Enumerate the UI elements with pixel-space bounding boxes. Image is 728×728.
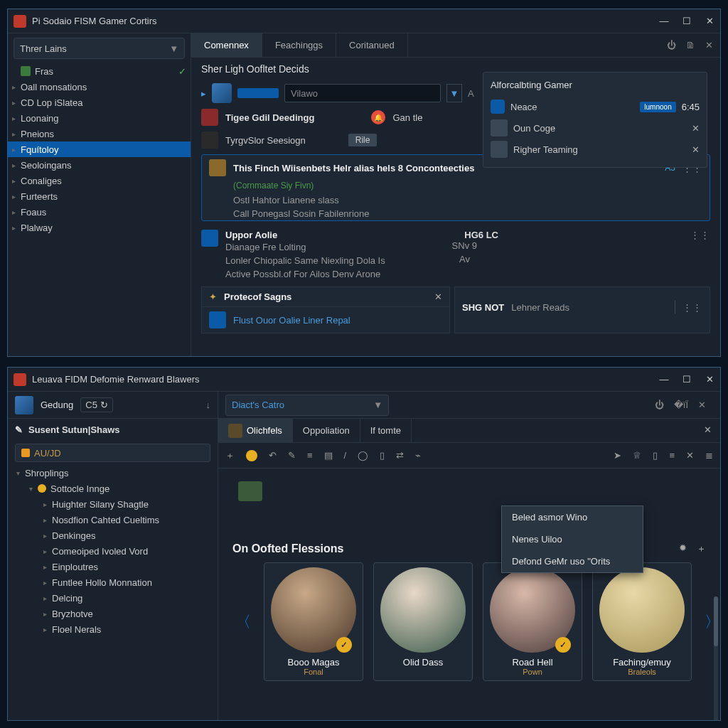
character-card[interactable]: ✓Road HellPown [483, 562, 582, 681]
tab[interactable]: Coritanued [336, 33, 408, 57]
undo-icon[interactable]: ↶ [269, 450, 277, 461]
link-icon[interactable]: ⇄ [396, 450, 404, 461]
scroll-thumb[interactable] [714, 596, 718, 646]
crate-icon[interactable] [238, 481, 262, 501]
refresh-badge[interactable]: C5↻ [80, 397, 113, 412]
footer-title: Protecof Sagns [224, 291, 291, 302]
tab[interactable]: Oppoliation [293, 419, 360, 442]
scrollbar[interactable] [714, 596, 718, 720]
tree-root[interactable]: ▾Shroplings [8, 465, 218, 481]
close-icon[interactable]: ✕ [434, 291, 442, 302]
close-tab-icon[interactable]: ✕ [695, 419, 720, 442]
character-card[interactable]: Faching/emuyBraleols [592, 562, 692, 681]
tab[interactable]: Feachinggs [262, 33, 336, 57]
tree-item[interactable]: ▸Einploutres [8, 559, 218, 574]
sidebar-item[interactable]: ▸Furteerts [8, 188, 191, 204]
sidebar-item[interactable]: ▸Pneions [8, 126, 191, 141]
doc-icon[interactable]: ▯ [380, 450, 385, 461]
minimize-button[interactable]: — [659, 375, 669, 385]
brush-icon[interactable]: ⌁ [415, 450, 421, 461]
sidebar-item[interactable]: ▸Oall monsations [8, 79, 191, 95]
tree-item[interactable]: ▸Delcing [8, 590, 218, 606]
warning-icon[interactable] [246, 450, 257, 461]
sidebar-item[interactable]: Fras✓ [8, 63, 191, 79]
char-name: Booo Magas [288, 657, 340, 668]
arrow-icon: ▸ [12, 161, 21, 169]
tab[interactable]: Comennex [191, 33, 262, 57]
sidebar-item[interactable]: ▸Foaus [8, 204, 191, 220]
tab[interactable]: If tomte [360, 419, 412, 442]
device-icon[interactable]: ▯ [653, 450, 658, 461]
panel-row[interactable]: Righer Teaming ✕ [491, 139, 700, 160]
arrow-icon: ▸ [12, 177, 21, 185]
more-icon[interactable]: ⋮⋮ [682, 302, 702, 313]
tree-item[interactable]: ▸Huighter Silany Shagtle [8, 496, 218, 512]
list-icon[interactable]: ≡ [669, 450, 675, 461]
ctx-item[interactable]: Beled asmor Wino [502, 506, 643, 528]
forward-icon[interactable]: ➤ [614, 450, 621, 461]
tree-item[interactable]: ▸Nosdfion Cahted Cueltims [8, 512, 218, 528]
minimize-button[interactable]: — [659, 16, 669, 26]
prev-arrow[interactable]: 〈 [232, 611, 254, 633]
crown-icon[interactable]: ♕ [633, 450, 641, 461]
arrow-icon: ▸ [12, 208, 21, 216]
add-icon[interactable]: ＋ [225, 449, 235, 462]
close-icon[interactable]: ✕ [692, 123, 700, 134]
card-uppor[interactable]: Uppor AolieHG6 LC Dianage Fre LoltingSNv… [191, 224, 720, 284]
edit-icon[interactable]: ✎ [288, 450, 296, 461]
avatar-icon [201, 132, 218, 149]
sidebar-item[interactable]: ▸Conaliges [8, 173, 191, 188]
add-icon[interactable]: ＋ [697, 542, 706, 555]
sidebar-item[interactable]: ▸Seoloingans [8, 157, 191, 173]
align-icon[interactable]: ≡ [307, 450, 313, 461]
titlebar[interactable]: Pi Sodaio FISM Gamer Cortirs — ☐ ✕ [8, 9, 720, 33]
close-icon[interactable]: ✕ [692, 144, 700, 155]
main-dropdown[interactable]: Diact's Catro ▼ [225, 395, 389, 416]
close-button[interactable]: ✕ [705, 375, 714, 385]
ctx-item[interactable]: Nenes Uiloo [502, 528, 643, 550]
play-icon[interactable]: ▸ [201, 88, 206, 99]
save-icon[interactable]: 🗎 [686, 40, 695, 50]
ctx-item[interactable]: Defond GeMr uso "Orits [502, 550, 643, 572]
sidebar-dropdown[interactable]: Threr Lains ▼ [14, 38, 185, 59]
download-icon[interactable]: ↓ [206, 400, 211, 410]
more-icon[interactable]: ⋮⋮ [690, 230, 710, 240]
tab[interactable]: Olichfels [218, 419, 293, 442]
character-card[interactable]: Olid Dass [373, 562, 473, 681]
export-icon[interactable]: �їЇ [674, 400, 688, 410]
character-card[interactable]: ✓Booo MagasFonal [264, 562, 363, 681]
close-tab-icon[interactable]: ✕ [705, 40, 713, 50]
sidebar-item[interactable]: ▸CD Lop iSlatea [8, 95, 191, 110]
tab-label: If tomte [370, 425, 401, 436]
tree-item[interactable]: ▸Bryzhotve [8, 606, 218, 621]
maximize-button[interactable]: ☐ [682, 16, 692, 26]
search-input[interactable]: Vilawo [284, 84, 441, 102]
sidebar-field[interactable]: AU/JD [15, 444, 210, 462]
tree-sub[interactable]: ▾Sottocle Innge [8, 481, 218, 496]
sidebar-item[interactable]: ▸Fquítoloy [8, 141, 191, 157]
footer-link[interactable]: Flust Ouor Oalie Liner Repal [233, 315, 350, 326]
tree-item[interactable]: ▸Funtlee Hollo Monnation [8, 574, 218, 590]
item-label: Conaliges [21, 176, 62, 186]
tree-item[interactable]: ▸Floel Nerals [8, 621, 218, 637]
card-val: Av [459, 254, 683, 267]
circle-icon[interactable]: ◯ [358, 450, 368, 461]
tree-item[interactable]: ▸Comeoiped Ivoled Vord [8, 543, 218, 559]
power-icon[interactable]: ⏻ [667, 40, 676, 50]
search-dropdown[interactable]: ▼ [446, 84, 462, 102]
footer-bold: SHG NOT [462, 302, 504, 313]
sidebar: Threr Lains ▼ Fras✓▸Oall monsations▸CD L… [8, 33, 191, 356]
close-icon[interactable]: ✕ [698, 400, 706, 410]
gear-icon[interactable]: ✹ [679, 542, 687, 555]
sidebar-item[interactable]: ▸Plalway [8, 220, 191, 235]
panel-row[interactable]: Oun Coge ✕ [491, 117, 700, 139]
maximize-button[interactable]: ☐ [682, 375, 692, 385]
menu-icon[interactable]: ≣ [705, 450, 713, 461]
delete-icon[interactable]: ✕ [686, 450, 694, 461]
image-icon[interactable]: ▤ [324, 450, 333, 461]
power-icon[interactable]: ⏻ [655, 400, 664, 410]
sidebar-item[interactable]: ▸Loonaing [8, 110, 191, 126]
close-button[interactable]: ✕ [705, 16, 714, 26]
titlebar[interactable]: Leuava FIDM Defomie Renward Blawers — ☐ … [8, 368, 720, 392]
tree-item[interactable]: ▸Denkinges [8, 528, 218, 543]
